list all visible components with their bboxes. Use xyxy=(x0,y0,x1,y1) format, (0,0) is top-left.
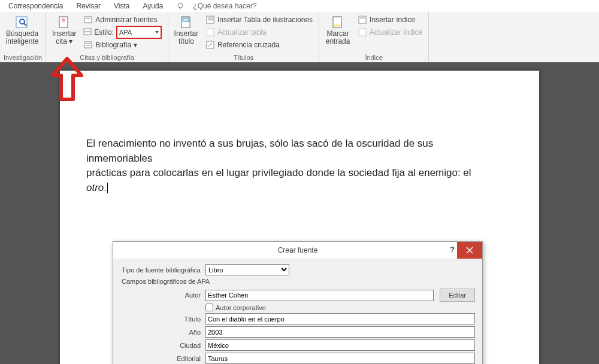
mark-entry-button[interactable]: Marcar entrada xyxy=(323,13,353,46)
smart-lookup-label2: inteligente xyxy=(6,38,39,46)
close-icon xyxy=(466,247,473,254)
style-icon xyxy=(83,28,92,38)
chevron-down-icon xyxy=(155,31,159,34)
group-index-label: Índice xyxy=(323,53,425,62)
svg-rect-21 xyxy=(334,25,340,26)
tof-icon xyxy=(205,15,215,25)
cross-reference-button[interactable]: Referencia cruzada xyxy=(203,39,315,51)
doc-line2-italic: otro xyxy=(86,182,104,193)
smart-lookup-button[interactable]: Búsqueda inteligente xyxy=(4,13,41,46)
dialog-help-button[interactable]: ? xyxy=(450,245,455,254)
menu-bar: Correspondencia Revisar Vista Ayuda ¿Qué… xyxy=(0,0,599,12)
source-type-label: Tipo de fuente bibliográfica xyxy=(120,266,205,274)
menu-vista[interactable]: Vista xyxy=(108,1,135,11)
manage-sources-button[interactable]: Administrar fuentes xyxy=(81,14,164,26)
corporate-author-label: Autor corporativo xyxy=(216,304,266,311)
doc-line1: El renacimiento no inventó a sus brujas,… xyxy=(86,138,433,164)
group-captions: Insertar título Insertar Tabla de ilustr… xyxy=(168,12,319,62)
svg-rect-24 xyxy=(359,29,366,36)
doc-line2c: . xyxy=(104,182,107,193)
insert-citation-button[interactable]: Insertar cita ▾ xyxy=(50,13,78,51)
update-icon xyxy=(205,28,215,37)
group-citations: Insertar cita ▾ Administrar fuentes Esti… xyxy=(46,12,168,62)
menu-correspondencia[interactable]: Correspondencia xyxy=(2,1,69,11)
bibliography-label: Bibliografía ▾ xyxy=(95,41,137,49)
search-book-icon xyxy=(14,14,31,30)
citation-icon xyxy=(56,14,72,30)
mark-entry-label2: entrada xyxy=(326,38,350,46)
manage-sources-label: Administrar fuentes xyxy=(95,16,157,24)
publisher-label: Editorial xyxy=(120,355,205,362)
author-label: Autor xyxy=(120,292,205,299)
corporate-author-check[interactable]: Autor corporativo xyxy=(205,304,475,311)
lightbulb-icon xyxy=(176,2,184,10)
svg-point-0 xyxy=(178,3,183,8)
crossref-icon xyxy=(205,40,215,50)
mark-entry-icon xyxy=(329,14,346,30)
city-field[interactable] xyxy=(205,339,475,351)
update-table-label: Actualizar tabla xyxy=(217,28,267,37)
edit-author-button[interactable]: Editar xyxy=(440,289,475,302)
year-field[interactable] xyxy=(205,326,475,338)
svg-rect-10 xyxy=(84,42,92,48)
update-index-icon xyxy=(358,28,367,37)
svg-rect-6 xyxy=(84,17,92,23)
tell-me-label: ¿Qué desea hacer? xyxy=(187,1,262,11)
insert-citation-label2: cita ▾ xyxy=(56,38,72,46)
ribbon: Búsqueda inteligente Investigación Inser… xyxy=(0,12,599,63)
bibliography-button[interactable]: Bibliografía ▾ xyxy=(81,39,164,51)
group-research: Búsqueda inteligente Investigación xyxy=(0,12,46,62)
doc-line2a: prácticas para colocarlas en el lugar pr… xyxy=(86,167,471,178)
insert-caption-button[interactable]: Insertar título xyxy=(172,13,201,51)
insert-index-button[interactable]: Insertar índice xyxy=(355,14,425,26)
sources-icon xyxy=(83,15,93,25)
group-research-label: Investigación xyxy=(4,53,42,62)
index-icon xyxy=(358,15,367,25)
insert-tof-button[interactable]: Insertar Tabla de ilustraciones xyxy=(203,14,315,26)
insert-tof-label: Insertar Tabla de ilustraciones xyxy=(217,16,313,24)
dialog-close-button[interactable] xyxy=(457,242,482,259)
citation-style-select[interactable]: APA xyxy=(116,26,162,39)
year-label: Año xyxy=(120,329,205,336)
menu-revisar[interactable]: Revisar xyxy=(70,1,107,11)
cross-reference-label: Referencia cruzada xyxy=(217,41,280,49)
style-label: Estilo: xyxy=(94,28,114,37)
city-label: Ciudad xyxy=(120,342,205,349)
create-source-dialog: Crear fuente ? Tipo de fuente bibliográf… xyxy=(113,241,483,364)
svg-rect-22 xyxy=(359,16,366,23)
tell-me[interactable]: ¿Qué desea hacer? xyxy=(170,0,268,13)
dialog-title: Crear fuente xyxy=(278,246,318,254)
update-index-button: Actualizar índice xyxy=(355,26,425,38)
menu-ayuda[interactable]: Ayuda xyxy=(137,1,170,11)
fields-heading: Campos bibliográficos de APA xyxy=(122,278,475,285)
update-index-label: Actualizar índice xyxy=(370,28,422,37)
group-captions-label: Títulos xyxy=(172,53,315,62)
svg-rect-2 xyxy=(16,17,27,28)
svg-rect-5 xyxy=(59,17,68,28)
bibliography-icon xyxy=(83,40,93,50)
insert-index-label: Insertar índice xyxy=(370,16,415,24)
citation-style-row: Estilo: APA xyxy=(81,26,164,38)
dialog-titlebar: Crear fuente ? xyxy=(113,242,482,259)
style-value: APA xyxy=(119,29,132,36)
document-text: El renacimiento no inventó a sus brujas,… xyxy=(86,136,491,196)
group-index: Marcar entrada Insertar índice Actualiza… xyxy=(319,12,429,62)
corporate-author-checkbox[interactable] xyxy=(205,304,213,311)
svg-rect-18 xyxy=(207,29,214,36)
group-citations-label: Citas y bibliografía xyxy=(50,53,164,62)
insert-caption-label2: título xyxy=(179,38,194,46)
svg-rect-14 xyxy=(183,18,189,22)
publisher-field[interactable] xyxy=(205,353,475,364)
update-table-button: Actualizar tabla xyxy=(203,26,315,38)
text-cursor xyxy=(107,183,108,193)
source-type-select[interactable]: Libro xyxy=(205,264,289,275)
title-field[interactable] xyxy=(205,313,475,324)
author-field[interactable] xyxy=(205,290,434,301)
caption-icon xyxy=(178,14,195,30)
title-label: Título xyxy=(120,316,205,323)
